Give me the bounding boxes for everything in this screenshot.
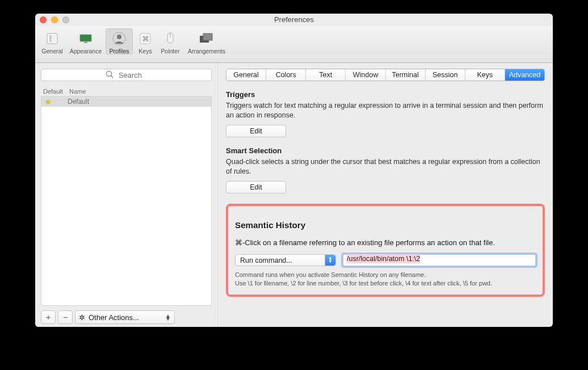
titlebar: Preferences: [35, 14, 553, 26]
section-smart-selection: Smart Selection Quad-click selects a str…: [226, 146, 545, 194]
select-value: Run command...: [240, 257, 292, 264]
smart-title: Smart Selection: [226, 146, 545, 155]
triggers-title: Triggers: [226, 90, 545, 99]
toolbar-label: Profiles: [106, 48, 133, 54]
close-icon[interactable]: [40, 16, 47, 23]
profiles-sidebar: Default Name ★ Default + − ✲ Other Actio…: [35, 63, 218, 327]
semantic-action-select[interactable]: Run command... ▲▼: [235, 254, 336, 266]
main-panel: General Colors Text Window Terminal Sess…: [218, 63, 553, 327]
semantic-hint-line2: Use \1 for filename, \2 for line number,…: [235, 279, 536, 288]
search-field[interactable]: [41, 69, 212, 81]
svg-rect-5: [84, 42, 87, 43]
toolbar-label: Arrangements: [184, 48, 229, 54]
chevron-updown-icon: ▲▼: [325, 255, 335, 266]
section-semantic-history: Semantic History ⌘-Click on a filename r…: [226, 204, 545, 297]
profile-row[interactable]: ★ Default: [41, 96, 211, 107]
person-icon: [106, 30, 133, 48]
toolbar-item-arrangements[interactable]: Arrangements: [184, 28, 229, 54]
sidebar-actions: + − ✲ Other Actions... ▲▼: [41, 310, 212, 324]
gear-icon: ✲: [79, 313, 85, 322]
tab-general[interactable]: General: [226, 69, 266, 81]
tab-keys[interactable]: Keys: [465, 69, 505, 81]
smart-desc: Quad-click selects a string under the cu…: [226, 157, 545, 176]
toolbar-label: Pointer: [158, 48, 183, 54]
section-triggers: Triggers Triggers watch for text matchin…: [226, 90, 545, 137]
profile-name: Default: [68, 98, 89, 106]
toolbar-item-pointer[interactable]: Pointer: [158, 28, 183, 54]
minimize-icon[interactable]: [51, 16, 58, 23]
tab-colors[interactable]: Colors: [266, 69, 306, 81]
windows-icon: [184, 30, 229, 48]
zoom-icon[interactable]: [62, 16, 69, 23]
toolbar-item-general[interactable]: General: [39, 28, 66, 54]
tab-advanced[interactable]: Advanced: [505, 69, 544, 81]
toolbar-item-keys[interactable]: ⌘ Keys: [134, 28, 157, 54]
semantic-hint: Command runs when you activate Semantic …: [235, 271, 536, 288]
tab-terminal[interactable]: Terminal: [386, 69, 426, 81]
semantic-hint-line1: Command runs when you activate Semantic …: [235, 271, 536, 279]
semantic-command-field[interactable]: /usr/local/bin/atom \1:\2: [343, 254, 536, 266]
profile-tabs: General Colors Text Window Terminal Sess…: [226, 69, 545, 81]
column-name[interactable]: Name: [69, 88, 86, 95]
window-controls: [40, 16, 69, 23]
tab-text[interactable]: Text: [306, 69, 346, 81]
star-icon: ★: [45, 98, 68, 106]
mouse-icon: [158, 30, 183, 48]
profiles-list: ★ Default: [41, 96, 212, 306]
profiles-header: Default Name: [41, 87, 212, 96]
minus-icon: −: [63, 313, 68, 322]
svg-text:⌘: ⌘: [142, 35, 149, 43]
search-icon: [106, 70, 114, 78]
monitor-icon: [67, 30, 104, 48]
column-default[interactable]: Default: [43, 88, 69, 95]
plus-icon: +: [46, 313, 51, 322]
svg-rect-13: [203, 33, 212, 40]
svg-rect-1: [49, 35, 52, 42]
svg-rect-0: [47, 33, 57, 44]
other-actions-menu[interactable]: ✲ Other Actions... ▲▼: [75, 310, 175, 324]
toolbar-item-profiles[interactable]: Profiles: [106, 28, 133, 54]
semantic-command-value: /usr/local/bin/atom \1:\2: [347, 254, 420, 263]
toolbar: General Appearance Profiles ⌘ Keys Point…: [35, 26, 553, 63]
semantic-title: Semantic History: [235, 220, 536, 230]
semantic-desc: ⌘-Click on a filename referring to an ex…: [235, 238, 536, 247]
window-title: Preferences: [35, 14, 553, 26]
svg-rect-2: [53, 35, 55, 42]
toolbar-label: Keys: [134, 48, 157, 54]
svg-point-14: [107, 72, 112, 77]
triggers-desc: Triggers watch for text matching a regul…: [226, 101, 545, 120]
search-input[interactable]: [41, 69, 212, 81]
tab-session[interactable]: Session: [426, 69, 465, 81]
command-key-icon: ⌘: [134, 30, 157, 48]
switch-icon: [39, 30, 66, 48]
smart-edit-button[interactable]: Edit: [226, 181, 286, 194]
semantic-controls: Run command... ▲▼ /usr/local/bin/atom \1…: [235, 254, 536, 266]
toolbar-label: General: [39, 48, 66, 54]
toolbar-item-appearance[interactable]: Appearance: [67, 28, 104, 54]
toolbar-label: Appearance: [67, 48, 104, 54]
add-profile-button[interactable]: +: [41, 310, 56, 324]
preferences-window: Preferences General Appearance Profiles …: [35, 14, 553, 327]
remove-profile-button[interactable]: −: [58, 310, 73, 324]
other-actions-label: Other Actions...: [89, 313, 139, 322]
tab-window[interactable]: Window: [346, 69, 385, 81]
svg-line-15: [111, 76, 114, 78]
chevrons-icon: ▲▼: [165, 314, 171, 320]
content-body: Default Name ★ Default + − ✲ Other Actio…: [35, 63, 553, 327]
triggers-edit-button[interactable]: Edit: [226, 125, 286, 137]
svg-point-7: [117, 35, 121, 39]
svg-rect-3: [80, 35, 91, 41]
